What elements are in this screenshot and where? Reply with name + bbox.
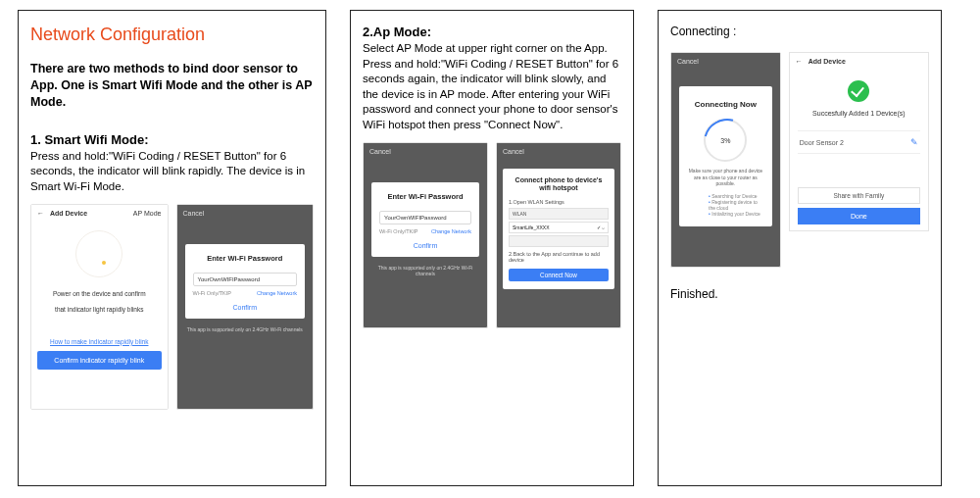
wifi-password-card: Enter Wi-Fi Password YourOwnWIFIPassword… <box>371 182 479 257</box>
step2-label: 2.Back to the App and continue to add de… <box>509 251 609 263</box>
phone-success: ← Add Device Succesfully Added 1 Device(… <box>789 52 929 231</box>
back-icon[interactable]: ← <box>796 58 803 65</box>
cancel-button[interactable]: Cancel <box>503 148 524 155</box>
phone-enter-wifi: Cancel Enter Wi-Fi Password YourOwnWIFIP… <box>363 142 488 328</box>
section1-body: Press and hold:"WiFi Coding / RESET Butt… <box>30 149 314 195</box>
step1-label: 1.Open WLAN Settings <box>509 199 609 205</box>
success-text: Succesfully Added 1 Device(s) <box>798 110 920 117</box>
phone-hotspot: Cancel Connect phone to device's wifi ho… <box>496 142 621 328</box>
cancel-button[interactable]: Cancel <box>183 210 205 217</box>
panel-connecting: Connecting : Cancel Connecting Now 3% Ma… <box>658 10 942 486</box>
phone-connecting: Cancel Connecting Now 3% Make sure your … <box>670 52 781 268</box>
screenshot-row: Cancel Connecting Now 3% Make sure your … <box>670 52 929 268</box>
wlan-row[interactable] <box>509 235 609 247</box>
step-item: Searching for Device <box>709 193 764 199</box>
phone-topbar: ← Add Device AP Mode <box>31 205 168 221</box>
phone-topbar: ← Add Device <box>790 53 928 69</box>
finished-label: Finished. <box>670 287 929 301</box>
ap-mode-link[interactable]: AP Mode <box>133 210 162 217</box>
manual-page: Network Configuration There are two meth… <box>18 10 962 486</box>
screenshot-row: Cancel Enter Wi-Fi Password YourOwnWIFIP… <box>363 142 621 328</box>
success-check-icon <box>848 80 869 102</box>
card-title: Enter Wi-Fi Password <box>379 192 471 201</box>
progress-percent: 3% <box>720 137 730 144</box>
phone-topbar: Cancel <box>177 205 314 221</box>
confirm-indicator-button[interactable]: Confirm indicator rapidly blink <box>37 351 162 370</box>
section2-heading: 2.Ap Mode: <box>363 25 621 39</box>
indicator-graphic <box>37 226 162 281</box>
panel-smart-wifi-mode: Network Configuration There are two meth… <box>18 10 326 486</box>
wlan-ssid: SmartLife_XXXX <box>513 224 550 230</box>
back-icon[interactable]: ← <box>37 210 44 217</box>
confirm-button[interactable]: Confirm <box>379 242 471 249</box>
hotspot-card: Connect phone to device's wifi hotspot 1… <box>503 169 614 289</box>
panel-ap-mode: 2.Ap Mode: Select AP Mode at upper right… <box>350 10 634 486</box>
help-link[interactable]: How to make indicator rapidly blink <box>37 338 162 345</box>
confirm-button[interactable]: Confirm <box>193 304 298 311</box>
wlan-selected-row[interactable]: SmartLife_XXXX ✓ ⌵ <box>509 222 609 233</box>
edit-icon[interactable]: ✎ <box>910 137 918 147</box>
step-item: Initializing your Device <box>709 211 764 217</box>
progress-ring: 3% <box>704 119 747 162</box>
phone-add-device: ← Add Device AP Mode Power on the device… <box>30 204 169 410</box>
progress-subtext: Make sure your phone and device are as c… <box>687 168 764 187</box>
progress-steps: Searching for Device Registering device … <box>687 193 764 217</box>
cancel-button[interactable]: Cancel <box>369 148 391 155</box>
device-row[interactable]: Door Sensor 2 ✎ <box>798 130 920 154</box>
page-title: Network Configuration <box>30 25 314 45</box>
device-name: Door Sensor 2 <box>800 139 844 146</box>
phone-enter-wifi: Cancel Enter Wi-Fi Password YourOwnWIFIP… <box>176 204 315 410</box>
wifi-password-field[interactable]: YourOwnWIFIPassword <box>379 211 471 224</box>
phone-topbar: Cancel <box>671 53 780 69</box>
card-title: Connecting Now <box>687 100 764 109</box>
wifi-password-card: Enter Wi-Fi Password YourOwnWIFIPassword… <box>185 244 306 319</box>
section2-body: Select AP Mode at upper right corner on … <box>363 41 621 132</box>
change-network-link[interactable]: Change Network <box>257 290 297 296</box>
connecting-label: Connecting : <box>670 25 929 38</box>
cancel-button[interactable]: Cancel <box>677 58 699 65</box>
section1-heading: 1. Smart Wifi Mode: <box>30 132 314 147</box>
phone-topbar: Cancel <box>364 143 487 159</box>
wlan-row[interactable]: WLAN <box>509 208 609 220</box>
instruction-line2: that indicator light rapidly blinks <box>37 305 162 315</box>
wifi-note: This app is supported only on 2.4GHz Wi-… <box>364 265 487 276</box>
phone-title: Add Device <box>808 58 846 65</box>
instruction-line1: Power on the device and confirm <box>37 289 162 299</box>
phone-title: Add Device <box>50 210 133 217</box>
wifi-password-field[interactable]: YourOwnWIFIPassword <box>193 273 298 286</box>
card-title: Connect phone to device's wifi hotspot <box>509 176 609 193</box>
connecting-card: Connecting Now 3% Make sure your phone a… <box>679 86 772 226</box>
phone-topbar: Cancel <box>497 143 620 159</box>
step-item: Registering device to the cloud <box>709 199 764 211</box>
screenshot-row: ← Add Device AP Mode Power on the device… <box>30 204 314 410</box>
wifi-band-label: Wi-Fi Only/TKIP <box>379 228 417 234</box>
wifi-note: This app is supported only on 2.4GHz Wi-… <box>177 326 314 332</box>
share-button[interactable]: Share with Family <box>798 187 920 204</box>
wifi-band-label: Wi-Fi Only/TKIP <box>193 290 231 296</box>
card-title: Enter Wi-Fi Password <box>193 254 298 263</box>
connect-now-button[interactable]: Connect Now <box>509 269 609 281</box>
change-network-link[interactable]: Change Network <box>431 228 471 234</box>
wifi-signal-icon: ✓ ⌵ <box>597 224 605 230</box>
intro-text: There are two methods to bind door senso… <box>30 61 314 111</box>
done-button[interactable]: Done <box>798 208 920 224</box>
